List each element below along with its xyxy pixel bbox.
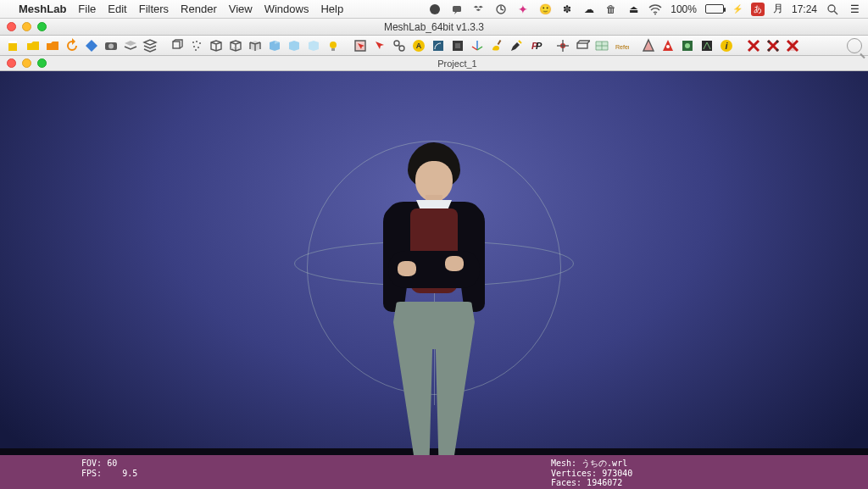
smooth-render-button[interactable] xyxy=(286,37,303,54)
wifi-status-icon[interactable] xyxy=(648,3,662,16)
window-zoom-button[interactable] xyxy=(37,22,47,31)
new-project-button[interactable] xyxy=(5,37,22,54)
window-close-button[interactable] xyxy=(7,22,16,31)
svg-point-56 xyxy=(776,48,779,51)
project-tab-label[interactable]: Project_1 xyxy=(437,58,476,69)
svg-point-17 xyxy=(195,49,197,51)
ime-indicator[interactable]: あ xyxy=(751,3,765,16)
reload-button[interactable] xyxy=(64,37,81,54)
svg-point-45 xyxy=(685,43,690,48)
show-layers-button[interactable] xyxy=(142,37,159,54)
filter-c-button[interactable] xyxy=(679,37,696,54)
pp-button[interactable]: PP xyxy=(527,37,544,54)
delete-faces-button[interactable] xyxy=(745,37,762,54)
menu-file[interactable]: File xyxy=(78,3,96,15)
delete-vertices-button[interactable] xyxy=(765,37,782,54)
align-button[interactable] xyxy=(430,37,447,54)
open-project-button[interactable] xyxy=(25,37,42,54)
select-connected-button[interactable] xyxy=(391,37,408,54)
mac-menubar: MeshLab File Edit Filters Render View Wi… xyxy=(0,0,868,19)
svg-line-22 xyxy=(398,45,400,47)
ref-plane-button[interactable] xyxy=(574,37,591,54)
menu-help[interactable]: Help xyxy=(320,3,343,15)
spotlight-icon[interactable] xyxy=(826,3,839,16)
filter-b-button[interactable] xyxy=(659,37,676,54)
menubar-time[interactable]: 17:24 xyxy=(792,3,817,15)
svg-line-5 xyxy=(834,11,837,14)
battery-icon[interactable] xyxy=(705,4,724,14)
toolbar-search-button[interactable] xyxy=(846,37,863,54)
menu-view[interactable]: View xyxy=(229,3,253,15)
viewport-3d[interactable]: FOV: 60 FPS: 9.5 Mesh: うちの.wrl Vertices:… xyxy=(0,71,868,489)
points-render-button[interactable] xyxy=(188,37,205,54)
texture-render-button[interactable] xyxy=(305,37,322,54)
delete-faces-verts-button[interactable] xyxy=(784,37,801,54)
sync-status-icon[interactable] xyxy=(494,3,508,16)
filter-a-button[interactable] xyxy=(640,37,657,54)
dropbox-status-icon[interactable] xyxy=(472,3,486,16)
svg-point-43 xyxy=(666,45,670,48)
disk-status-icon[interactable]: 🗑 xyxy=(604,3,618,16)
info-button[interactable]: i xyxy=(718,37,735,54)
menu-edit[interactable]: Edit xyxy=(108,3,126,15)
fan-status-icon[interactable]: ✽ xyxy=(560,3,574,16)
finder-status-icon[interactable]: 🙂 xyxy=(538,3,552,16)
ref-label-button[interactable]: Reference xyxy=(613,37,630,54)
arc3d-button[interactable] xyxy=(449,37,466,54)
menu-render[interactable]: Render xyxy=(181,3,217,15)
paint-button[interactable] xyxy=(488,37,505,54)
select-faces-button[interactable] xyxy=(352,37,369,54)
svg-line-29 xyxy=(472,47,477,50)
light-toggle-button[interactable] xyxy=(325,37,342,54)
battery-percent: 100% xyxy=(670,3,697,15)
svg-rect-31 xyxy=(498,39,502,44)
svg-marker-40 xyxy=(643,40,654,51)
ref-scene-button[interactable] xyxy=(554,37,571,54)
mesh-model[interactable] xyxy=(370,142,498,489)
wireframe-render-button[interactable] xyxy=(208,37,225,54)
messages-status-icon[interactable] xyxy=(450,3,464,16)
axis-button[interactable] xyxy=(469,37,486,54)
project-zoom-button[interactable] xyxy=(37,58,47,68)
eject-status-icon[interactable]: ⏏ xyxy=(626,3,640,16)
select-vertices-button[interactable] xyxy=(371,37,388,54)
svg-text:P: P xyxy=(536,41,542,51)
project-close-button[interactable] xyxy=(7,58,16,68)
import-raster-button[interactable] xyxy=(83,37,100,54)
svg-point-54 xyxy=(776,40,779,42)
svg-rect-27 xyxy=(455,43,460,48)
project-minimize-button[interactable] xyxy=(22,58,31,68)
svg-text:Reference: Reference xyxy=(615,44,629,50)
svg-point-15 xyxy=(193,46,195,47)
layer-dialog-button[interactable] xyxy=(122,37,139,54)
menu-windows[interactable]: Windows xyxy=(264,3,309,15)
status-right: Mesh: うちの.wrl Vertices: 973040 Faces: 19… xyxy=(542,455,641,489)
svg-rect-11 xyxy=(173,42,180,48)
svg-text:A: A xyxy=(416,42,422,50)
open-mesh-button[interactable] xyxy=(44,37,61,54)
svg-point-16 xyxy=(198,47,199,48)
svg-rect-25 xyxy=(433,41,443,51)
svg-point-55 xyxy=(768,48,771,51)
flatlines-render-button[interactable] xyxy=(247,37,264,54)
svg-point-4 xyxy=(828,5,835,12)
menubar-day[interactable]: 月 xyxy=(773,2,783,16)
cloud-status-icon[interactable]: ☁ xyxy=(582,3,596,16)
evernote-status-icon[interactable]: ✦ xyxy=(516,3,530,16)
filter-d-button[interactable] xyxy=(698,37,715,54)
measure-button[interactable]: A xyxy=(410,37,427,54)
edit-points-button[interactable] xyxy=(508,37,525,54)
app-menu[interactable]: MeshLab xyxy=(19,3,66,15)
bbox-render-button[interactable] xyxy=(169,37,186,54)
svg-point-53 xyxy=(768,40,771,42)
snapshot-button[interactable] xyxy=(103,37,120,54)
svg-point-12 xyxy=(192,42,194,43)
hidden-lines-render-button[interactable] xyxy=(227,37,244,54)
svg-rect-7 xyxy=(8,41,17,43)
window-minimize-button[interactable] xyxy=(22,22,31,31)
ref-axes-button[interactable] xyxy=(593,37,610,54)
flat-render-button[interactable] xyxy=(266,37,283,54)
notification-center-icon[interactable]: ☰ xyxy=(848,3,861,16)
line-status-icon[interactable] xyxy=(428,3,442,16)
menu-filters[interactable]: Filters xyxy=(139,3,169,15)
